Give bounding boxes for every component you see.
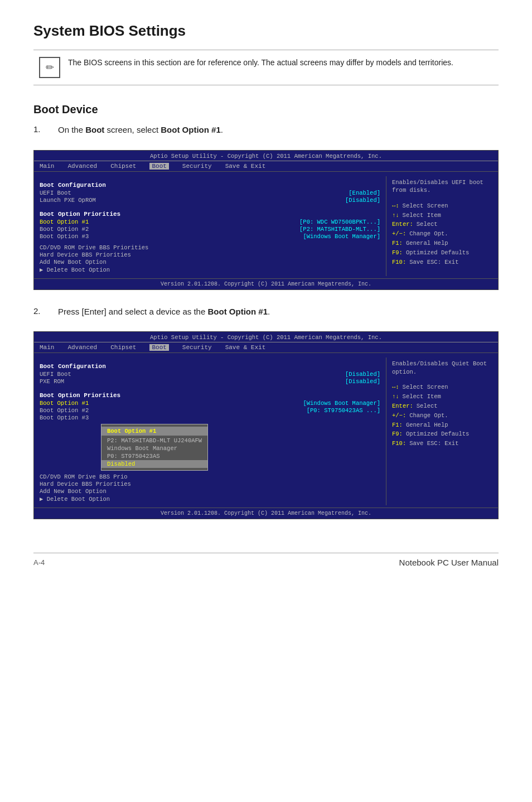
bios2-nav: ↔↕ Select Screen ↑↓ Select Item Enter: S…: [392, 383, 492, 448]
bios2-label-cdvd: CD/DVD ROM Drive BBS Prio: [40, 474, 128, 480]
bios1-label-cdvd: CD/DVD ROM Drive BBS Priorities: [40, 244, 148, 251]
bios2-label-addnew: Add New Boot Option: [40, 488, 107, 495]
bios2-label-opt1: Boot Option #1: [40, 400, 89, 407]
bios2-popup-item-1: P2: MATSHITABD-MLT UJ240AFW: [101, 437, 207, 445]
step-2-bold1: Boot Option #1: [207, 307, 268, 316]
bios1-val-pxe: [Disabled]: [345, 197, 380, 204]
bios1-label-uefi: UEFI Boot: [40, 190, 71, 196]
bios1-row-hdd: Hard Device BBS Priorities: [40, 252, 380, 258]
bios1-val-opt2: [P2: MATSHITABD-MLT...]: [299, 226, 380, 233]
bios1-label-opt1: Boot Option #1: [40, 219, 89, 225]
bios2-menu-save: Save & Exit: [225, 344, 266, 351]
step-1-text-mid: screen, select: [104, 125, 161, 134]
bios2-menu-bar: Main Advanced Chipset Boot Security Save…: [34, 342, 498, 353]
bios2-menu-main: Main: [40, 344, 54, 351]
bios2-menu-boot: Boot: [149, 344, 168, 351]
step-2: 2. Press [Enter] and select a device as …: [33, 306, 499, 318]
bios2-menu-chipset: Chipset: [110, 344, 136, 351]
bios1-row-delete: Delete Boot Option: [40, 266, 380, 273]
bios1-label-opt2: Boot Option #2: [40, 226, 89, 233]
bios2-help-text: Enables/Disables Quiet Boot option.: [392, 360, 492, 376]
bios1-row-opt3: Boot Option #3 [Windows Boot Manager]: [40, 233, 380, 240]
note-box: The BIOS screens in this section are for…: [33, 50, 499, 85]
bios2-section-boot-config: Boot Configuration: [40, 363, 380, 370]
page-footer: A-4 Notebook PC User Manual: [33, 553, 499, 567]
bios2-val-opt2: [P0: ST9750423AS ...]: [307, 407, 380, 414]
bios2-row-uefi: UEFI Boot [Disabled]: [40, 371, 380, 378]
bios2-right: Enables/Disables Quiet Boot option. ↔↕ S…: [386, 357, 498, 505]
bios2-footer: Version 2.01.1208. Copyright (C) 2011 Am…: [34, 508, 498, 519]
bios2-title-bar: Aptio Setup Utility - Copyright (C) 2011…: [34, 332, 498, 342]
bios2-val-pxe: [Disabled]: [345, 378, 380, 385]
step-1: 1. On the Boot screen, select Boot Optio…: [33, 124, 499, 137]
bios2-section-boot-prio: Boot Option Priorities: [40, 392, 380, 399]
bios1-help-text: Enables/Disables UEFI boot from disks.: [392, 178, 492, 195]
bios-screen-2: Aptio Setup Utility - Copyright (C) 2011…: [33, 331, 499, 519]
step-2-text-before: Press [Enter] and select a device as the: [58, 307, 207, 316]
bios1-menu-main: Main: [40, 163, 54, 170]
bios2-val-opt1: [Windows Boot Manager]: [303, 400, 380, 407]
step-1-text-end: .: [221, 125, 223, 134]
bios1-label-delete: Delete Boot Option: [40, 266, 110, 273]
bios1-val-opt3: [Windows Boot Manager]: [303, 233, 380, 240]
bios1-row-pxe: Launch PXE OpROM [Disabled]: [40, 197, 380, 204]
bios2-left: Boot Configuration UEFI Boot [Disabled] …: [34, 357, 386, 505]
bios2-label-opt2: Boot Option #2: [40, 407, 89, 414]
bios1-label-opt3: Boot Option #3: [40, 233, 89, 240]
bios1-right: Enables/Disables UEFI boot from disks. ↔…: [386, 176, 498, 276]
bios1-val-opt1: [P0: WDC WD7500BPKT...]: [299, 219, 380, 225]
bios1-menu-security: Security: [182, 163, 212, 170]
footer-right: Notebook PC User Manual: [399, 558, 499, 567]
bios1-row-cdvd: CD/DVD ROM Drive BBS Priorities: [40, 244, 380, 251]
bios2-label-uefi: UEFI Boot: [40, 371, 71, 378]
bios1-menu-advanced: Advanced: [67, 163, 97, 170]
page-title: System BIOS Settings: [33, 22, 499, 40]
step-2-number: 2.: [33, 306, 49, 316]
bios2-popup-container: Boot Option #1 P2: MATSHITABD-MLT UJ240A…: [67, 423, 208, 471]
bios2-menu-security: Security: [182, 344, 212, 351]
bios1-menu-boot: Boot: [149, 163, 168, 170]
bios2-row-cdvd: CD/DVD ROM Drive BBS Prio: [40, 474, 380, 480]
bios1-label-pxe: Launch PXE OpROM: [40, 197, 96, 204]
bios2-menu-advanced: Advanced: [67, 344, 97, 351]
bios1-val-uefi: [Enabled]: [349, 190, 380, 196]
bios2-row-delete: Delete Boot Option: [40, 495, 380, 503]
bios1-row-addnew: Add New Boot Option: [40, 259, 380, 265]
footer-left: A-4: [33, 558, 45, 567]
step-1-text: On the Boot screen, select Boot Option #…: [58, 124, 223, 137]
bios1-left: Boot Configuration UEFI Boot [Enabled] L…: [34, 176, 386, 276]
note-text: The BIOS screens in this section are for…: [68, 57, 453, 69]
bios2-row-opt2: Boot Option #2 [P0: ST9750423AS ...]: [40, 407, 380, 414]
bios1-section-boot-prio: Boot Option Priorities: [40, 211, 380, 218]
bios2-popup-item-4: Disabled: [101, 460, 207, 468]
bios-screen-1: Aptio Setup Utility - Copyright (C) 2011…: [33, 150, 499, 290]
bios1-menu-save: Save & Exit: [225, 163, 266, 170]
bios1-label-addnew: Add New Boot Option: [40, 259, 107, 265]
bios2-row-opt3: Boot Option #3: [40, 414, 380, 421]
bios2-val-uefi: [Disabled]: [345, 371, 380, 378]
bios2-popup-item-3: P0: ST9750423AS: [101, 452, 207, 460]
bios1-row-uefi: UEFI Boot [Enabled]: [40, 190, 380, 196]
step-2-text: Press [Enter] and select a device as the…: [58, 306, 270, 318]
bios1-label-hdd: Hard Device BBS Priorities: [40, 252, 131, 258]
bios2-label-delete: Delete Boot Option: [40, 495, 110, 503]
bios1-menu-bar: Main Advanced Chipset Boot Security Save…: [34, 161, 498, 172]
bios2-label-pxe: PXE ROM: [40, 378, 64, 385]
bios2-row-hdd: Hard Device BBS Priorities: [40, 481, 380, 487]
bios1-section-boot-config: Boot Configuration: [40, 182, 380, 189]
bios1-row-opt1: Boot Option #1 [P0: WDC WD7500BPKT...]: [40, 219, 380, 225]
bios2-row-addnew: Add New Boot Option: [40, 488, 380, 495]
bios2-popup: Boot Option #1 P2: MATSHITABD-MLT UJ240A…: [101, 424, 208, 471]
bios2-label-opt3: Boot Option #3: [40, 414, 89, 421]
bios2-label-hdd: Hard Device BBS Priorities: [40, 481, 131, 487]
step-1-bold1: Boot: [85, 125, 104, 134]
bios2-row-opt1: Boot Option #1 [Windows Boot Manager]: [40, 400, 380, 407]
bios2-row-pxe: PXE ROM [Disabled]: [40, 378, 380, 385]
bios1-body: Boot Configuration UEFI Boot [Enabled] L…: [34, 172, 498, 278]
step-1-text-before: On the: [58, 125, 85, 134]
step-2-text-end: .: [268, 307, 270, 316]
step-1-bold2: Boot Option #1: [161, 125, 221, 134]
section-title: Boot Device: [33, 103, 499, 116]
bios2-body: Boot Configuration UEFI Boot [Disabled] …: [34, 353, 498, 508]
bios2-popup-header: Boot Option #1: [101, 427, 207, 436]
